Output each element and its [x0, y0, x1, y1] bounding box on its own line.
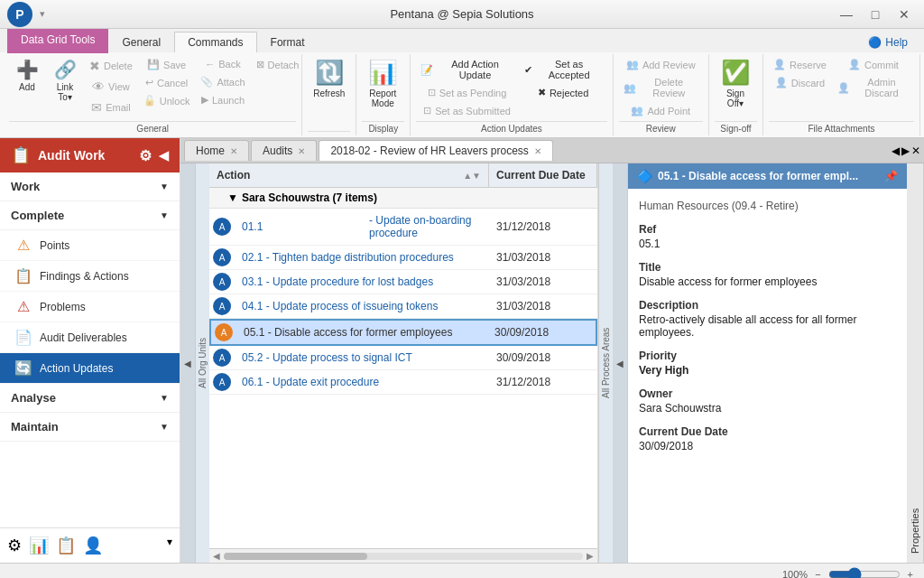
maximize-button[interactable]: □ — [863, 5, 888, 23]
help-button[interactable]: 🔵 Help — [859, 33, 917, 52]
row-action-6[interactable]: 05.2 - Update process to signal ICT — [235, 346, 489, 369]
detail-field-due-date: Current Due Date 30/09/2018 — [639, 425, 896, 452]
nav-footer-btn-2[interactable]: 📊 — [29, 536, 49, 555]
reserve-button[interactable]: 👤 Reserve — [769, 56, 831, 73]
tab-audits-close[interactable]: ✕ — [298, 146, 305, 156]
launch-button[interactable]: ▶ Launch — [196, 91, 249, 108]
set-as-rejected-button[interactable]: ✖ Rejected — [520, 84, 607, 101]
back-button[interactable]: ← Back — [196, 56, 249, 72]
set-as-submitted-button[interactable]: ⊡ Set as Submitted — [416, 102, 517, 119]
nav-footer-btn-3[interactable]: 📋 — [56, 536, 76, 555]
unlock-icon: 🔓 — [143, 95, 156, 107]
right-collapse-button[interactable]: ◀ — [613, 163, 627, 563]
properties-tab[interactable]: Properties — [907, 163, 924, 563]
email-button[interactable]: ✉ Email — [85, 98, 137, 117]
refresh-icon: 🔃 — [315, 59, 344, 87]
table-row[interactable]: A 04.1 - Update process of issueing toke… — [209, 294, 597, 319]
unlock-button[interactable]: 🔓 Unlock — [139, 92, 195, 109]
set-as-accepted-button[interactable]: ✔ Set as Accepted — [520, 56, 607, 83]
ribbon: Data Grid Tools General Commands Format … — [0, 29, 924, 138]
delete-button[interactable]: ✖ Delete — [85, 56, 137, 76]
table-row[interactable]: A 06.1 - Update exit procedure 31/12/201… — [209, 370, 597, 395]
nav-collapse-icon[interactable]: ◀ — [159, 148, 169, 163]
nav-section-work[interactable]: Work ▼ — [0, 172, 180, 201]
detail-header-title: 05.1 - Disable access for former empl... — [658, 170, 858, 182]
ribbon-tab-general[interactable]: General — [108, 32, 174, 52]
tab-hr-leavers-close[interactable]: ✕ — [534, 146, 541, 156]
grid-horizontal-scrollbar[interactable]: ◀ ▶ — [209, 548, 597, 563]
row-action-7[interactable]: 06.1 - Update exit procedure — [235, 370, 489, 394]
set-as-pending-button[interactable]: ⊡ Set as Pending — [416, 84, 517, 101]
save-button[interactable]: 💾 Save — [139, 56, 195, 73]
status-bar: 100% − + — [0, 563, 924, 578]
view-button[interactable]: 👁 View — [85, 77, 137, 97]
row-action-1[interactable]: - Update on-boarding procedure — [362, 209, 489, 245]
title-bar-left: P ▾ — [7, 2, 45, 27]
group-collapse-icon[interactable]: ▼ — [227, 191, 238, 204]
tab-hr-leavers[interactable]: 2018-02 - Review of HR Leavers process ✕ — [319, 140, 552, 161]
row-action-4[interactable]: 04.1 - Update process of issueing tokens — [235, 294, 489, 318]
nav-item-points[interactable]: ⚠ Points — [0, 230, 180, 261]
cancel-button[interactable]: ↩ Cancel — [139, 74, 195, 91]
delete-review-button[interactable]: 👥 Delete Review — [619, 74, 703, 101]
detail-note-icon[interactable]: 📌 — [884, 170, 898, 182]
table-row-selected[interactable]: A 05.1 - Disable access for former emplo… — [209, 319, 597, 346]
help-icon: 🔵 — [868, 36, 882, 49]
tab-home[interactable]: Home ✕ — [184, 140, 249, 161]
priority-value: Very High — [639, 364, 896, 377]
table-row[interactable]: A 02.1 - Tighten badge distribution proc… — [209, 246, 597, 270]
deliverables-icon: 📄 — [14, 329, 32, 346]
nav-footer-btn-4[interactable]: 👤 — [83, 536, 103, 555]
report-mode-button[interactable]: 📊 ReportMode — [362, 56, 403, 111]
nav-section-maintain[interactable]: Maintain ▼ — [0, 413, 180, 442]
ribbon-tab-commands[interactable]: Commands — [174, 32, 256, 52]
nav-section-complete[interactable]: Complete ▼ — [0, 201, 180, 230]
nav-item-problems[interactable]: ⚠ Problems — [0, 292, 180, 322]
nav-item-findings-actions[interactable]: 📋 Findings & Actions — [0, 261, 180, 292]
close-button[interactable]: ✕ — [892, 5, 917, 23]
nav-section-analyse[interactable]: Analyse ▼ — [0, 384, 180, 413]
admin-discard-button[interactable]: 👤 Admin Discard — [833, 74, 914, 101]
delete-review-icon: 👥 — [624, 82, 636, 94]
discard-button[interactable]: 👤 Discard — [769, 74, 831, 91]
ribbon-tab-format[interactable]: Format — [257, 32, 319, 52]
row-action-2[interactable]: 02.1 - Tighten badge distribution proced… — [235, 246, 489, 269]
zoom-decrease-icon[interactable]: − — [815, 569, 820, 579]
nav-item-action-updates[interactable]: 🔄 Action Updates — [0, 353, 180, 384]
nav-item-audit-deliverables[interactable]: 📄 Audit Deliverables — [0, 322, 180, 353]
main-area: 📋 Audit Work ⚙ ◀ Work ▼ Complete ▼ ⚠ Poi… — [0, 138, 924, 563]
commit-button[interactable]: 👤 Commit — [833, 56, 914, 73]
nav-footer-btn-1[interactable]: ⚙ — [7, 536, 22, 555]
row-icon-1: A — [209, 218, 235, 236]
review-col: 👥 Add Review 👥 Delete Review 👥 Add Point — [619, 56, 703, 119]
row-action-3[interactable]: 03.1 - Update procedure for lost badges — [235, 270, 489, 294]
table-row[interactable]: A 03.1 - Update procedure for lost badge… — [209, 270, 597, 294]
nav-settings-icon[interactable]: ⚙ — [139, 147, 152, 164]
tab-close-all[interactable]: ✕ — [911, 144, 920, 157]
attach-button[interactable]: 📎 Attach — [196, 73, 249, 90]
sign-off-button[interactable]: ✅ SignOff▾ — [715, 56, 756, 111]
ribbon-tab-datagridtools[interactable]: Data Grid Tools — [7, 29, 108, 53]
zoom-increase-icon[interactable]: + — [908, 569, 913, 579]
table-row[interactable]: A 05.2 - Update process to signal ICT 30… — [209, 346, 597, 370]
refresh-button[interactable]: 🔃 Refresh — [308, 56, 350, 101]
tab-scroll-right[interactable]: ▶ — [901, 144, 910, 157]
add-point-button[interactable]: 👥 Add Point — [619, 102, 703, 119]
tab-scroll-left[interactable]: ◀ — [892, 144, 900, 157]
detach-button[interactable]: ⊠ Detach — [252, 56, 304, 73]
add-review-button[interactable]: 👥 Add Review — [619, 56, 703, 73]
zoom-slider[interactable] — [828, 567, 901, 579]
add-action-update-button[interactable]: 📝 Add Action Update — [416, 56, 517, 83]
row-title-1[interactable]: 01.1 — [235, 215, 362, 238]
add-button[interactable]: ➕ Add — [9, 56, 45, 95]
all-org-units-label: All Org Units — [195, 163, 209, 563]
tab-audits[interactable]: Audits ✕ — [251, 140, 317, 161]
link-to-button[interactable]: 🔗 Link To▾ — [47, 56, 83, 105]
nav-footer-more[interactable]: ▾ — [167, 536, 172, 555]
row-action-5[interactable]: 05.1 - Disable access for former employe… — [236, 321, 487, 344]
refresh-group-label — [308, 131, 350, 134]
table-row[interactable]: A 01.1 - Update on-boarding procedure 31… — [209, 209, 597, 246]
tab-home-close[interactable]: ✕ — [230, 146, 237, 156]
minimize-button[interactable]: — — [834, 5, 859, 23]
left-collapse-button[interactable]: ◀ — [180, 163, 195, 563]
